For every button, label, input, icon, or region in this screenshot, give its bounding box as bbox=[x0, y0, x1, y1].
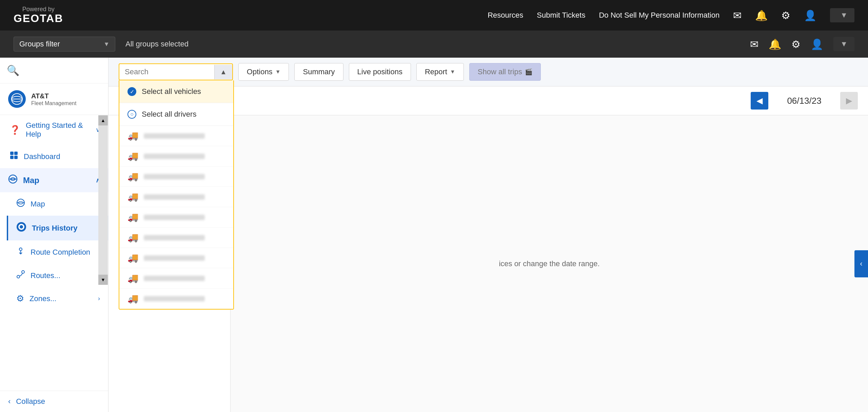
trips-history-icon bbox=[16, 222, 26, 234]
date-prev-button[interactable]: ◀ bbox=[751, 92, 768, 110]
groups-filter-label: Groups filter bbox=[19, 40, 60, 48]
map-icon bbox=[16, 198, 25, 210]
blurred-vehicle-name bbox=[144, 235, 205, 240]
gear-icon-filterbar[interactable]: ⚙ bbox=[791, 38, 801, 50]
user-dropdown-arrow: ▼ bbox=[840, 11, 848, 20]
brand-name: GEOTAB bbox=[14, 12, 63, 25]
report-button[interactable]: Report ▼ bbox=[416, 63, 464, 81]
sidebar-item-routes[interactable]: Routes... › bbox=[7, 264, 108, 287]
nav-sub-items: Map Trips History bbox=[0, 192, 108, 310]
map-section-icon bbox=[8, 174, 18, 186]
submit-tickets-link[interactable]: Submit Tickets bbox=[537, 11, 585, 20]
select-all-drivers-label: Select all drivers bbox=[142, 110, 196, 119]
date-display: 06/13/23 bbox=[774, 96, 835, 106]
filterbar: Groups filter ▼ All groups selected ✉ 🔔 … bbox=[0, 31, 868, 58]
truck-icon: 🚚 bbox=[127, 192, 138, 202]
select-all-drivers-item[interactable]: ○ Select all drivers bbox=[119, 103, 233, 126]
sidebar-scroll-panel: ▲ ▼ bbox=[98, 115, 108, 285]
list-item: 🚚 bbox=[119, 126, 233, 146]
list-item: 🚚 bbox=[119, 268, 233, 289]
mail-icon[interactable]: ✉ bbox=[733, 9, 742, 21]
routes-label: Routes... bbox=[31, 271, 60, 280]
truck-icon: 🚚 bbox=[127, 151, 138, 161]
topbar: Powered by GEOTAB Resources Submit Ticke… bbox=[0, 0, 868, 31]
groups-filter-dropdown[interactable]: Groups filter ▼ bbox=[14, 37, 115, 52]
list-item: 🚚 bbox=[119, 248, 233, 268]
svg-rect-3 bbox=[10, 152, 14, 155]
sidebar: ▲ ▼ 🔍 AT&T Fleet Management ❓ Gettin bbox=[0, 58, 108, 412]
drivers-check-icon: ○ bbox=[127, 110, 136, 119]
user-dropdown[interactable]: ▼ bbox=[830, 8, 854, 22]
search-icon[interactable]: 🔍 bbox=[7, 65, 19, 76]
search-container: ▲ ✓ Select all vehicles ○ Select all dri… bbox=[119, 63, 233, 80]
date-next-button[interactable]: ▶ bbox=[840, 92, 858, 110]
truck-icon: 🚚 bbox=[127, 253, 138, 263]
scroll-up-button[interactable]: ▲ bbox=[98, 115, 108, 125]
att-info: AT&T Fleet Management bbox=[31, 92, 76, 106]
dropdown-arrow-filterbar: ▼ bbox=[840, 40, 848, 48]
dashboard-icon bbox=[9, 151, 18, 162]
sidebar-section-map[interactable]: Map ∧ bbox=[0, 168, 108, 192]
help-icon: ❓ bbox=[9, 125, 20, 135]
video-icon: 🎬 bbox=[525, 68, 532, 76]
bell-icon-filterbar[interactable]: 🔔 bbox=[769, 38, 781, 50]
sidebar-item-getting-started[interactable]: ❓ Getting Started & Help ∨ bbox=[0, 115, 108, 145]
svg-point-14 bbox=[19, 248, 22, 251]
mail-icon-filterbar[interactable]: ✉ bbox=[750, 38, 758, 50]
main-layout: ▲ ▼ 🔍 AT&T Fleet Management ❓ Gettin bbox=[0, 58, 868, 412]
search-toggle-button[interactable]: ▲ bbox=[214, 65, 232, 79]
att-name: AT&T bbox=[31, 92, 76, 100]
list-item: 🚚 bbox=[119, 207, 233, 228]
report-arrow: ▼ bbox=[450, 69, 455, 75]
topbar-nav: Resources Submit Tickets Do Not Sell My … bbox=[488, 8, 854, 22]
blurred-vehicle-name bbox=[144, 154, 205, 159]
summary-button[interactable]: Summary bbox=[294, 63, 343, 81]
select-all-vehicles-label: Select all vehicles bbox=[142, 87, 201, 96]
sidebar-item-route-completion[interactable]: Route Completion bbox=[7, 240, 108, 264]
search-input[interactable] bbox=[119, 64, 214, 80]
powered-by-text: Powered by bbox=[22, 6, 55, 12]
live-positions-button[interactable]: Live positions bbox=[349, 63, 411, 81]
routes-icon bbox=[16, 270, 25, 281]
blurred-vehicle-name bbox=[144, 174, 205, 179]
sidebar-item-trips-history[interactable]: Trips History bbox=[7, 216, 108, 240]
att-sublabel: Fleet Management bbox=[31, 100, 76, 106]
report-label: Report bbox=[425, 67, 447, 76]
search-input-wrapper: ▲ bbox=[119, 63, 233, 80]
blurred-vehicle-name bbox=[144, 215, 205, 220]
scroll-down-button[interactable]: ▼ bbox=[98, 275, 108, 285]
sidebar-item-zones[interactable]: ⚙ Zones... › bbox=[7, 287, 108, 310]
list-item: 🚚 bbox=[119, 228, 233, 248]
collapse-button[interactable]: ‹ Collapse bbox=[0, 391, 108, 412]
route-completion-label: Route Completion bbox=[31, 248, 90, 257]
resources-link[interactable]: Resources bbox=[488, 11, 523, 20]
options-button[interactable]: Options ▼ bbox=[238, 63, 289, 81]
sidebar-item-map[interactable]: Map bbox=[7, 192, 108, 216]
map-section-label: Map bbox=[23, 176, 39, 185]
zones-icon: ⚙ bbox=[16, 293, 24, 304]
groups-filter-arrow: ▼ bbox=[103, 41, 110, 48]
blurred-vehicle-list: 🚚 🚚 🚚 🚚 🚚 🚚 🚚 🚚 🚚 bbox=[119, 126, 233, 309]
user-icon-filterbar[interactable]: 👤 bbox=[811, 38, 823, 50]
user-icon[interactable]: 👤 bbox=[804, 9, 816, 21]
gear-icon[interactable]: ⚙ bbox=[781, 9, 790, 21]
do-not-sell-link[interactable]: Do Not Sell My Personal Information bbox=[599, 11, 719, 20]
svg-rect-5 bbox=[10, 156, 14, 159]
right-collapse-button[interactable]: ‹ bbox=[854, 250, 868, 277]
right-collapse-arrow: ‹ bbox=[860, 259, 862, 268]
blurred-vehicle-name bbox=[144, 296, 205, 301]
show-all-trips-button[interactable]: Show all trips 🎬 bbox=[469, 63, 541, 81]
select-all-vehicles-item[interactable]: ✓ Select all vehicles bbox=[119, 80, 233, 103]
sidebar-item-dashboard[interactable]: Dashboard bbox=[0, 145, 108, 168]
svg-rect-4 bbox=[14, 152, 18, 155]
show-all-trips-label: Show all trips bbox=[478, 67, 522, 76]
svg-point-16 bbox=[22, 271, 24, 273]
truck-icon: 🚚 bbox=[127, 273, 138, 283]
att-logo bbox=[8, 90, 26, 108]
bell-icon[interactable]: 🔔 bbox=[755, 9, 768, 21]
svg-point-15 bbox=[17, 275, 20, 278]
truck-icon: 🚚 bbox=[127, 293, 138, 304]
content-area: ▲ ✓ Select all vehicles ○ Select all dri… bbox=[108, 58, 868, 412]
geotab-logo: Powered by GEOTAB bbox=[14, 6, 63, 25]
user-dropdown-filterbar[interactable]: ▼ bbox=[833, 37, 854, 51]
